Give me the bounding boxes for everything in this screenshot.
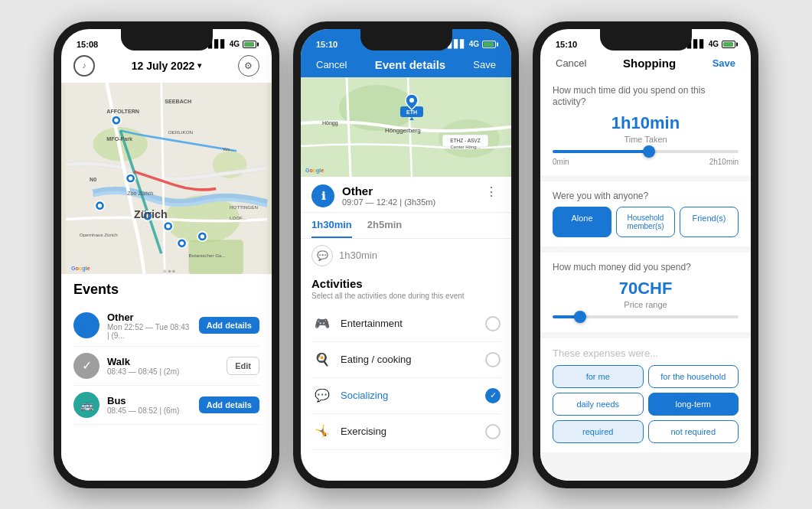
event-icon-other: 👤 — [73, 312, 99, 338]
svg-text:Google: Google — [305, 168, 324, 174]
svg-point-46 — [409, 98, 414, 103]
battery-icon-2 — [482, 41, 496, 48]
phones-container: 15:08 ▲ ▋▋▋▋ 4G ♪ 12 July 2022 ▾ ⚙ — [38, 6, 774, 504]
settings-icon[interactable]: ⚙ — [238, 55, 259, 77]
activities-section: Activities Select all the activities don… — [301, 272, 511, 481]
expense-row-1: for me for the household — [553, 365, 739, 388]
svg-text:Zürich: Zürich — [134, 207, 168, 220]
expenses-placeholder: These expenses were... — [553, 347, 739, 359]
time-max: 2h10min — [709, 158, 739, 166]
time-slider-range: 0min 2h10min — [553, 158, 739, 166]
info-icon: ℹ — [311, 184, 334, 207]
companion-toggle-group: Alone Household member(s) Friend(s) — [553, 207, 739, 237]
time-slider-track[interactable] — [553, 150, 739, 153]
activity-row-entertainment[interactable]: 🎮 Entertainment — [311, 306, 501, 342]
tab-1h30[interactable]: 1h30min — [311, 213, 352, 238]
map-area-1[interactable]: AFFOLTERN SEEBACH MFO-Park OERLIKON N0 Z… — [61, 83, 272, 274]
event-icon-walk: ✓ — [73, 353, 99, 379]
phone3-header: Cancel Shopping Save — [540, 52, 751, 76]
notch-3 — [600, 29, 692, 51]
activity-row-socializing[interactable]: 💬 Socializing ✓ — [311, 378, 501, 414]
time-tabs: 1h30min 2h5min — [301, 213, 511, 239]
expense-daily-needs[interactable]: daily needs — [553, 393, 644, 416]
save-button-2[interactable]: Save — [473, 59, 496, 70]
svg-text:Opernhaus Zürich: Opernhaus Zürich — [80, 231, 119, 237]
companion-question: Were you with anyone? — [553, 191, 739, 203]
svg-point-33 — [168, 269, 171, 272]
cancel-button-2[interactable]: Cancel — [316, 59, 347, 70]
events-section: Events 👤 Other Mon 22:52 — Tue 08:43 | (… — [61, 274, 272, 481]
tab-2h5[interactable]: 2h5min — [367, 213, 403, 238]
svg-text:Google: Google — [71, 265, 90, 271]
activity-row-exercising[interactable]: 🤸 Exercising — [311, 414, 501, 450]
edit-btn-walk[interactable]: Edit — [227, 357, 259, 375]
svg-text:Botanischer Ga...: Botanischer Ga... — [189, 252, 227, 257]
phone2-map[interactable]: ETH Hönggerberg Höngg ETHZ - ASVZ Center… — [301, 77, 511, 177]
cancel-button-3[interactable]: Cancel — [556, 57, 586, 69]
date-display[interactable]: 12 July 2022 ▾ — [132, 60, 202, 72]
expense-required[interactable]: required — [553, 420, 644, 443]
phone2-title: Event details — [375, 58, 446, 71]
expense-for-household[interactable]: for the household — [648, 365, 739, 388]
money-slider-track[interactable] — [553, 315, 739, 318]
activity-name-socializing: Socializing — [341, 390, 478, 401]
activity-checkbox-entertainment[interactable] — [485, 316, 501, 331]
time-section: How much time did you spend on this acti… — [540, 76, 751, 175]
event-time-bus: 08:45 — 08:52 | (6m) — [107, 406, 191, 415]
expense-row-3: required not required — [553, 420, 739, 443]
money-slider-thumb[interactable] — [574, 311, 586, 323]
add-details-btn-other[interactable]: Add details — [199, 317, 259, 334]
svg-point-6 — [114, 118, 118, 122]
companion-alone[interactable]: Alone — [553, 207, 611, 237]
add-details-btn-bus[interactable]: Add details — [199, 396, 259, 413]
activity-checkbox-eating[interactable] — [485, 352, 501, 367]
svg-point-8 — [129, 176, 132, 180]
expense-long-term[interactable]: long-term — [648, 393, 739, 416]
svg-point-18 — [98, 204, 102, 207]
time-label: Time Taken — [553, 135, 739, 144]
phone1-header: ♪ 12 July 2022 ▾ ⚙ — [61, 52, 272, 83]
status-time-2: 15:10 — [316, 40, 338, 49]
svg-text:Hönggerberg: Hönggerberg — [385, 127, 421, 134]
svg-point-12 — [166, 224, 170, 227]
expense-not-required[interactable]: not required — [648, 420, 739, 443]
chat-bubble-row: 💬 1h30min — [301, 239, 511, 272]
eating-icon: 🍳 — [311, 349, 333, 370]
music-icon: ♪ — [73, 55, 95, 77]
event-name-walk: Walk — [107, 356, 219, 367]
more-options-icon[interactable]: ⋮ — [482, 184, 501, 199]
companion-friends[interactable]: Friend(s) — [680, 207, 739, 237]
companion-section: Were you with anyone? Alone Household me… — [540, 181, 751, 247]
expense-for-me[interactable]: for me — [553, 365, 644, 388]
events-title: Events — [73, 282, 259, 298]
money-question: How much money did you spend? — [553, 262, 739, 274]
phone-3: 15:10 ▲ ▋▋▋▋ 4G Cancel Shopping Save — [533, 21, 758, 488]
svg-point-14 — [180, 241, 184, 245]
activity-checkbox-socializing[interactable]: ✓ — [485, 388, 501, 403]
map-svg-1: AFFOLTERN SEEBACH MFO-Park OERLIKON N0 Z… — [61, 83, 272, 274]
socializing-icon: 💬 — [311, 385, 333, 406]
expense-row-2: daily needs long-term — [553, 393, 739, 416]
phone-2: 15:10 ▲ ▋▋▋▋ 4G Cancel Event details Sav… — [293, 21, 519, 488]
event-info-walk: Walk 08:43 — 08:45 | (2m) — [107, 356, 219, 376]
time-slider-thumb[interactable] — [643, 145, 655, 158]
svg-text:SEEBACH: SEEBACH — [165, 98, 191, 104]
activity-row-eating[interactable]: 🍳 Eating / cooking — [311, 342, 501, 378]
activities-subtitle: Select all the activities done during th… — [311, 292, 501, 300]
event-icon-bus: 🚌 — [73, 392, 99, 418]
phone3-body: How much time did you spend on this acti… — [540, 76, 751, 481]
notch-1 — [121, 29, 213, 51]
money-value: 70CHF — [553, 279, 739, 299]
activity-checkbox-exercising[interactable] — [485, 424, 501, 439]
event-time-walk: 08:43 — 08:45 | (2m) — [107, 367, 219, 376]
svg-text:LOOF...: LOOF... — [230, 214, 246, 220]
chat-bubble-icon: 💬 — [311, 245, 333, 266]
activity-name-eating: Eating / cooking — [341, 354, 478, 365]
battery-icon-3 — [722, 41, 735, 48]
status-time-3: 15:10 — [556, 40, 577, 49]
companion-household[interactable]: Household member(s) — [616, 207, 675, 237]
notch-2 — [360, 29, 452, 51]
svg-point-32 — [163, 269, 166, 272]
save-button-3[interactable]: Save — [713, 57, 735, 69]
entertainment-icon: 🎮 — [311, 313, 333, 334]
